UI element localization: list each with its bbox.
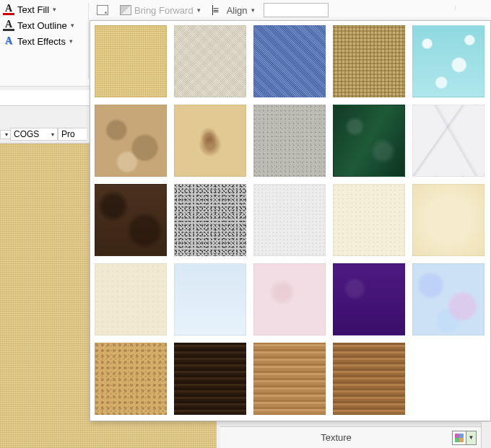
col-pro-label: Pro bbox=[61, 129, 75, 139]
picture-icon bbox=[97, 5, 108, 15]
texture-swatch-oak[interactable] bbox=[253, 343, 326, 415]
chevron-down-icon: ▾ bbox=[5, 131, 8, 138]
texture-swatch-woven-mat[interactable] bbox=[333, 25, 405, 97]
ribbon-right-group: Bring Forward ▾ Align ▾ bbox=[94, 3, 329, 17]
bring-forward-button[interactable]: Bring Forward ▾ bbox=[117, 4, 204, 17]
texture-swatch-stationery[interactable] bbox=[95, 263, 167, 335]
text-effects-button[interactable]: A Text Effects ▾ bbox=[0, 33, 87, 49]
text-effects-icon: A bbox=[3, 35, 14, 47]
texture-swatch-papyrus[interactable] bbox=[95, 25, 167, 97]
texture-swatch-blue-tissue[interactable] bbox=[174, 263, 246, 335]
chevron-down-icon: ▾ bbox=[251, 6, 255, 14]
texture-swatch-newsprint[interactable] bbox=[253, 184, 326, 256]
chevron-down-icon: ▾ bbox=[197, 6, 201, 14]
texture-swatch-walnut[interactable] bbox=[174, 343, 246, 415]
texture-picker-dropdown[interactable]: ▼ bbox=[466, 431, 477, 445]
texture-bottom-bar: Texture ▼ bbox=[220, 426, 481, 448]
chevron-down-icon: ▾ bbox=[53, 6, 56, 13]
chevron-down-icon: ▾ bbox=[69, 38, 73, 45]
bring-forward-label: Bring Forward bbox=[134, 5, 194, 16]
col-cogs[interactable]: COGS ▾ bbox=[10, 128, 58, 141]
texture-swatch-denim[interactable] bbox=[253, 25, 326, 97]
chevron-down-icon: ▾ bbox=[51, 131, 54, 138]
align-button[interactable]: Align ▾ bbox=[209, 4, 258, 17]
text-effects-label: Text Effects bbox=[17, 36, 66, 47]
texture-swatch-green-marble[interactable] bbox=[333, 105, 405, 177]
separator bbox=[242, 6, 243, 10]
texture-swatch-white-marble[interactable] bbox=[412, 105, 485, 177]
texture-swatch-purple-mesh[interactable] bbox=[333, 263, 405, 335]
picture-placeholder-button[interactable] bbox=[94, 4, 111, 17]
col-pro-fragment[interactable]: Pro bbox=[58, 128, 87, 141]
col-filter-fragment[interactable]: ▾ bbox=[0, 130, 10, 139]
bring-forward-icon bbox=[120, 5, 131, 15]
texture-swatch-grid bbox=[95, 25, 486, 415]
texture-swatch-bouquet[interactable] bbox=[412, 263, 485, 335]
size-combo[interactable] bbox=[264, 3, 329, 17]
texture-picker-button[interactable] bbox=[452, 431, 466, 445]
texture-swatch-cork[interactable] bbox=[95, 343, 167, 415]
texture-swatch-brown-marble[interactable] bbox=[95, 184, 167, 256]
texture-swatch-parchment[interactable] bbox=[412, 184, 485, 256]
text-outline-label: Text Outline bbox=[17, 20, 67, 31]
text-tools-group: A Text Fill ▾ A Text Outline ▾ A Text Ef… bbox=[0, 1, 87, 49]
texture-swatch-paper-bag[interactable] bbox=[95, 105, 167, 177]
align-icon bbox=[212, 5, 224, 15]
text-fill-label: Text Fill bbox=[17, 4, 49, 15]
text-fill-button[interactable]: A Text Fill ▾ bbox=[0, 1, 87, 17]
texture-picker-panel bbox=[90, 20, 491, 421]
column-headers: ▾ COGS ▾ Pro bbox=[0, 127, 87, 141]
texture-label: Texture bbox=[220, 432, 452, 443]
text-outline-button[interactable]: A Text Outline ▾ bbox=[0, 17, 87, 33]
separator bbox=[455, 6, 456, 10]
texture-swatch-canvas[interactable] bbox=[174, 25, 246, 97]
texture-swatch-water-droplets[interactable] bbox=[412, 25, 485, 97]
texture-swatch-recycled-paper[interactable] bbox=[333, 184, 405, 256]
text-outline-icon: A bbox=[3, 19, 14, 31]
texture-swatch-medium-wood[interactable] bbox=[333, 343, 405, 415]
texture-swatch-fish-fossil[interactable] bbox=[174, 105, 246, 177]
col-cogs-label: COGS bbox=[14, 129, 39, 139]
text-fill-icon: A bbox=[3, 4, 14, 15]
align-label: Align bbox=[227, 5, 248, 16]
texture-swatch-pink-tissue[interactable] bbox=[253, 263, 326, 335]
texture-swatch-granite[interactable] bbox=[174, 184, 246, 256]
separator bbox=[88, 3, 89, 79]
right-scroll-gutter bbox=[481, 422, 491, 448]
texture-swatch-sand[interactable] bbox=[253, 105, 326, 177]
chevron-down-icon: ▾ bbox=[71, 22, 74, 29]
texture-swatch-icon bbox=[455, 434, 464, 442]
